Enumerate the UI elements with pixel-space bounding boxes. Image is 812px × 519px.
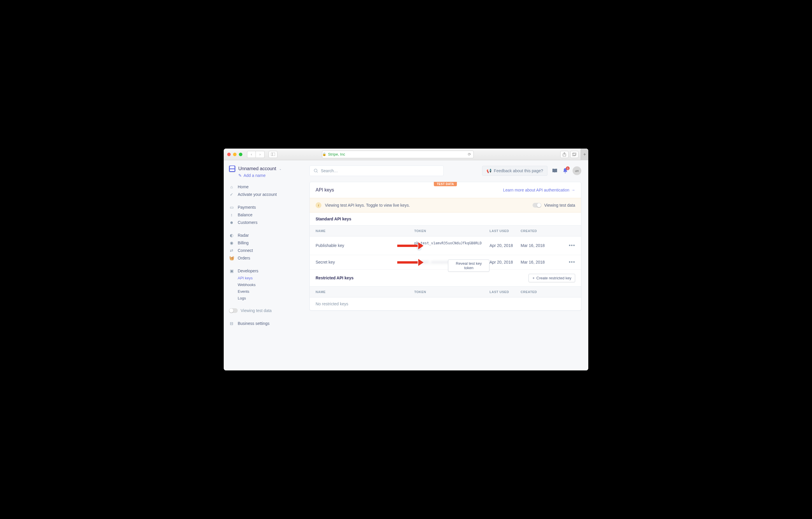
info-toggle-label: Viewing test data	[544, 203, 575, 208]
url-text: Stripe, Inc	[328, 152, 345, 157]
sidebar-item-payments[interactable]: ▭ Payments	[229, 203, 297, 211]
sidebar-item-events[interactable]: Events	[238, 288, 297, 295]
sidebar-item-balance[interactable]: ↕ Balance	[229, 211, 297, 219]
arrow-annotation	[397, 243, 424, 248]
reveal-key-button[interactable]: Reveal test key token	[448, 260, 489, 272]
restricted-keys-header: Restricted API keys + Create restricted …	[310, 270, 581, 286]
test-data-toggle-row: Viewing test data	[229, 307, 297, 315]
search-placeholder: Search…	[321, 168, 338, 173]
page-title: API keys	[316, 187, 334, 193]
standard-title: Standard API keys	[316, 217, 351, 221]
sidebar-item-developers[interactable]: ▣ Developers	[229, 267, 297, 275]
created-date: Mar 16, 2018	[521, 243, 557, 248]
sidebar-label: Radar	[238, 233, 249, 238]
megaphone-icon: 📢	[487, 168, 491, 173]
add-name-link[interactable]: ✎ Add a name	[238, 173, 297, 178]
content: Unnamed account ⌄ ✎ Add a name ⌂ Home ✓ …	[224, 160, 588, 371]
account-switcher[interactable]: Unnamed account ⌄	[229, 165, 297, 172]
window-controls	[227, 153, 242, 156]
topbar: Search… 📢 Feedback about this page? 1 an	[310, 165, 581, 176]
test-data-badge: TEST DATA	[434, 182, 457, 186]
nav-buttons: ‹ ›	[247, 151, 265, 158]
sidebar-toggle-button[interactable]	[269, 151, 278, 158]
toggle-label: Viewing test data	[241, 308, 271, 313]
new-tab-button[interactable]: +	[581, 148, 588, 160]
info-icon: i	[316, 202, 321, 208]
live-test-toggle[interactable]	[532, 203, 541, 208]
sidebar-item-business-settings[interactable]: ⊟ Business settings	[229, 320, 297, 327]
notifications-icon[interactable]: 1	[562, 168, 569, 174]
sidebar-item-activate[interactable]: ✓ Activate your account	[229, 191, 297, 198]
sidebar-label: Activate your account	[238, 192, 277, 197]
svg-rect-0	[271, 153, 275, 156]
user-icon: ☻	[229, 220, 234, 225]
learn-more-link[interactable]: Learn more about API authentication →	[503, 188, 575, 192]
cart-icon: 🧺	[229, 256, 234, 261]
sidebar-item-connect[interactable]: ⇄ Connect	[229, 247, 297, 254]
search-icon	[314, 169, 318, 173]
sidebar-label: Connect	[238, 248, 253, 253]
titlebar: ‹ › 🔒 Stripe, Inc ⟳ +	[224, 148, 588, 160]
info-bar: i Viewing test API keys. Toggle to view …	[310, 198, 581, 213]
notif-badge: 1	[566, 166, 570, 170]
transfer-icon: ↕	[229, 213, 234, 217]
search-input[interactable]: Search…	[310, 165, 444, 176]
sidebar-item-logs[interactable]: Logs	[238, 295, 297, 302]
feedback-button[interactable]: 📢 Feedback about this page?	[482, 166, 547, 176]
docs-icon[interactable]	[552, 168, 558, 174]
minimize-window-button[interactable]	[233, 153, 236, 156]
radar-icon: ◐	[229, 233, 234, 238]
api-keys-panel: TEST DATA API keys Learn more about API …	[310, 182, 581, 310]
back-button[interactable]: ‹	[247, 151, 256, 158]
standard-keys-header: Standard API keys	[310, 213, 581, 226]
test-data-toggle[interactable]	[229, 308, 238, 313]
maximize-window-button[interactable]	[239, 153, 242, 156]
create-restricted-key-button[interactable]: + Create restricted key	[528, 274, 575, 282]
svg-line-6	[317, 172, 318, 172]
table-header: NAME TOKEN LAST USED CREATED	[310, 226, 581, 237]
reload-button[interactable]: ⟳	[468, 152, 471, 157]
table-header: NAME TOKEN LAST USED CREATED	[310, 286, 581, 297]
info-text: Viewing test API keys. Toggle to view li…	[325, 203, 529, 208]
last-used: Apr 20, 2018	[489, 243, 521, 248]
col-created: CREATED	[521, 229, 557, 233]
sidebar-item-api-keys[interactable]: API keys	[238, 275, 297, 281]
svg-rect-4	[573, 153, 576, 155]
token-value[interactable]: pk_test_v1amvR35uoCNduJfkqGB8RLD	[414, 241, 482, 245]
chevron-down-icon: ⌄	[279, 167, 282, 170]
main: Search… 📢 Feedback about this page? 1 an	[302, 160, 588, 371]
close-window-button[interactable]	[227, 153, 231, 156]
sidebar-item-orders[interactable]: 🧺 Orders	[229, 254, 297, 262]
sidebar-label: Logs	[238, 296, 246, 300]
forward-button[interactable]: ›	[256, 151, 265, 158]
share-button[interactable]	[560, 151, 569, 158]
sidebar-item-home[interactable]: ⌂ Home	[229, 183, 297, 191]
plus-icon: +	[532, 276, 534, 280]
feedback-label: Feedback about this page?	[494, 168, 543, 173]
arrow-right-icon: →	[571, 188, 575, 192]
sidebar-item-customers[interactable]: ☻ Customers	[229, 219, 297, 226]
add-name-label: Add a name	[243, 173, 266, 178]
sidebar-label: Customers	[238, 220, 258, 225]
row-menu-button[interactable]: •••	[569, 243, 575, 248]
col-token: TOKEN	[414, 229, 489, 233]
col-created: CREATED	[521, 290, 557, 294]
row-menu-button[interactable]: •••	[569, 259, 575, 265]
sidebar-item-billing[interactable]: ◉ Billing	[229, 239, 297, 247]
info-toggle: Viewing test data	[532, 203, 575, 208]
tabs-button[interactable]	[570, 151, 578, 158]
account-name: Unnamed account	[238, 166, 276, 171]
sidebar-label: Events	[238, 289, 250, 294]
home-icon: ⌂	[229, 185, 234, 189]
sidebar-item-webhooks[interactable]: Webhooks	[238, 281, 297, 288]
sidebar-item-radar[interactable]: ◐ Radar	[229, 231, 297, 239]
url-bar[interactable]: 🔒 Stripe, Inc ⟳	[322, 151, 474, 158]
col-last-used: LAST USED	[489, 290, 521, 294]
avatar[interactable]: an	[573, 166, 581, 175]
col-name: NAME	[316, 229, 414, 233]
check-icon: ✓	[229, 192, 234, 197]
table-row: Publishable key pk_test_v1amvR35uoCNduJf…	[310, 237, 581, 255]
card-icon: ▭	[229, 205, 234, 210]
create-restricted-label: Create restricted key	[536, 276, 571, 280]
browser-window: ‹ › 🔒 Stripe, Inc ⟳ + Unnamed account ⌄	[224, 148, 588, 371]
